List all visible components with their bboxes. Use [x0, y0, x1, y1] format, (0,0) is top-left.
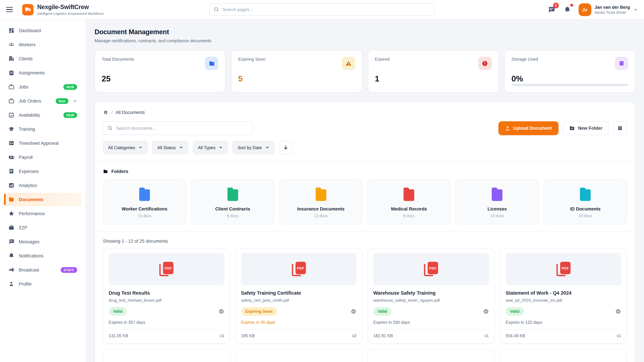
- sidebar-item-analytics[interactable]: Analytics: [4, 179, 82, 192]
- document-card[interactable]: PDF Warehouse Safety Training warehouse_…: [368, 248, 494, 344]
- document-size: 554.49 KB: [506, 334, 525, 338]
- document-preview: PDF: [109, 253, 224, 285]
- folder-card-insurance-documents[interactable]: Insurance Documents 12 docs: [279, 179, 362, 224]
- sidebar-item-broadcast[interactable]: Broadcast STAFF: [4, 263, 82, 277]
- sort-direction-button[interactable]: [279, 141, 292, 154]
- filter-types-select[interactable]: All Types: [193, 141, 228, 154]
- status-badge: Expiring Soon: [241, 307, 277, 316]
- sidebar-item-documents[interactable]: Documents: [4, 193, 82, 206]
- search-icon: [107, 125, 113, 131]
- filter-categories-select[interactable]: All Categories: [103, 141, 148, 154]
- sidebar-item-clients[interactable]: Clients: [4, 52, 82, 65]
- sidebar-item-zzp[interactable]: ZZP: [4, 221, 82, 234]
- top-header: Nexgile-SwiftCrew Intelligent Logistics …: [0, 0, 644, 19]
- folder-name: Licenses: [459, 206, 535, 212]
- folder-name: Insurance Documents: [283, 206, 359, 212]
- folder-doc-count: 12 docs: [283, 214, 359, 218]
- home-icon[interactable]: [103, 110, 108, 115]
- breadcrumb-current[interactable]: All Documents: [116, 110, 145, 115]
- panel-divider: [95, 161, 635, 162]
- messages-count-badge: 3: [553, 2, 559, 8]
- new-badge: New: [56, 98, 68, 104]
- folder-doc-count: 8 docs: [195, 214, 271, 218]
- document-card[interactable]: [368, 349, 494, 362]
- document-size: 182.81 KB: [373, 334, 393, 338]
- stat-storage-used: Storage Used 0%: [504, 50, 636, 92]
- sidebar-item-performance[interactable]: Performance: [4, 207, 82, 220]
- folder-name: Medical Records: [371, 206, 447, 212]
- bar-chart-icon: [8, 182, 14, 188]
- hamburger-menu-icon[interactable]: [6, 4, 18, 15]
- sidebar-item-assignments[interactable]: Assignments: [4, 66, 82, 79]
- stat-label: Total Documents: [102, 57, 134, 62]
- folder-icon: [205, 57, 218, 70]
- filter-categories-value: All Categories: [108, 145, 135, 150]
- document-expiry: Expires in 357 days: [109, 320, 224, 325]
- list-view-toggle-button[interactable]: [613, 121, 627, 135]
- storage-progress-bar: [512, 84, 628, 86]
- stats-row: Total Documents 25 Expiring Soon 5: [94, 50, 635, 92]
- document-card[interactable]: PDF Safety Training Certificate safety_c…: [235, 248, 362, 344]
- sidebar-item-jobs[interactable]: Jobs NEW: [4, 80, 82, 93]
- document-card[interactable]: [500, 349, 627, 362]
- star-icon: [8, 211, 14, 217]
- sidebar-item-job-orders[interactable]: Job Orders New: [4, 94, 82, 108]
- sidebar-item-label: Job Orders: [19, 98, 51, 103]
- document-version: v1: [484, 334, 489, 338]
- verified-seal-icon: [615, 308, 621, 314]
- app-viewport: Nexgile-SwiftCrew Intelligent Logistics …: [0, 0, 644, 362]
- sidebar-item-dashboard[interactable]: Dashboard: [4, 24, 82, 37]
- sidebar-item-workers[interactable]: Workers: [4, 38, 82, 51]
- notifications-button[interactable]: [562, 4, 572, 14]
- upload-document-button[interactable]: Upload Document: [498, 121, 558, 135]
- document-card[interactable]: PDF Drug Test Results drug_test_michael_…: [103, 248, 230, 344]
- pdf-icon: PDF: [160, 262, 174, 277]
- folder-card-worker-certifications[interactable]: Worker Certifications 15 docs: [103, 179, 186, 224]
- new-folder-button[interactable]: New Folder: [562, 121, 609, 135]
- folder-icon: [580, 187, 591, 201]
- documents-search-input[interactable]: [103, 121, 253, 135]
- dashboard-icon: [8, 27, 14, 33]
- user-menu[interactable]: Jv Jan van der Berg Senior Truck Driver: [578, 3, 638, 16]
- sidebar-item-label: Availability: [19, 112, 59, 117]
- global-search-input[interactable]: [209, 3, 435, 16]
- brand-logo: [22, 4, 34, 15]
- sidebar-item-messages[interactable]: Messages: [4, 235, 82, 248]
- new-badge: NEW: [64, 112, 77, 118]
- person-icon: [8, 281, 14, 287]
- sidebar-item-availability[interactable]: Availability NEW: [4, 108, 82, 122]
- sidebar-item-notifications[interactable]: Notifications: [4, 249, 82, 263]
- folder-card-licenses[interactable]: Licenses 10 docs: [456, 179, 539, 224]
- document-filename: warehouse_safety_kevin_nguyen.pdf: [373, 298, 489, 303]
- document-card[interactable]: [103, 349, 230, 362]
- sidebar-item-profile[interactable]: Profile: [4, 277, 82, 291]
- sidebar-item-payroll[interactable]: Payroll: [4, 150, 82, 164]
- sidebar-item-label: Expenses: [19, 169, 77, 174]
- sidebar-item-label: Timesheet Approval: [19, 141, 77, 146]
- receipt-icon: [8, 168, 14, 174]
- filter-status-select[interactable]: All Status: [152, 141, 188, 154]
- user-info: Jan van der Berg Senior Truck Driver: [594, 5, 630, 14]
- folder-card-id-documents[interactable]: ID Documents 20 docs: [544, 179, 627, 224]
- folder-card-client-contracts[interactable]: Client Contracts 8 docs: [191, 179, 274, 224]
- folder-card-medical-records[interactable]: Medical Records 6 docs: [368, 179, 451, 224]
- document-card[interactable]: [235, 349, 362, 362]
- chevron-down-icon: [265, 145, 269, 149]
- folder-icon: [139, 187, 150, 201]
- sidebar-item-expenses[interactable]: Expenses: [4, 165, 82, 178]
- arrow-down-icon: [283, 145, 288, 150]
- folder-icon: [403, 187, 415, 201]
- status-badge: Valid: [506, 307, 524, 316]
- sort-by-select[interactable]: Sort by Date: [232, 141, 274, 154]
- sidebar-item-training[interactable]: Training: [4, 122, 82, 136]
- document-card[interactable]: PDF Statement of Work - Q4 2024 sow_q4_2…: [500, 248, 627, 344]
- sidebar-item-timesheet-approval[interactable]: Timesheet Approval: [4, 136, 82, 150]
- messages-button[interactable]: 3: [546, 4, 556, 14]
- global-search: [209, 3, 435, 16]
- page-subtitle: Manage certifications, contracts, and co…: [94, 38, 635, 43]
- documents-search: [103, 121, 253, 135]
- documents-grid-row-2: [103, 349, 627, 362]
- briefcase-icon: [8, 98, 14, 104]
- user-name: Jan van der Berg: [594, 5, 630, 10]
- notification-dot: [570, 3, 573, 6]
